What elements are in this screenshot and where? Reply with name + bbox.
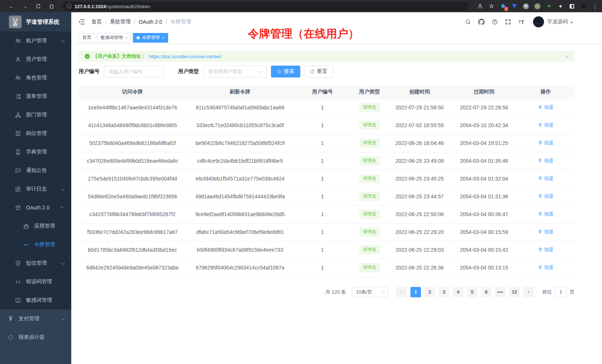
reset-button[interactable]: 重置 [304,66,333,77]
alert-doc-link[interactable]: https://doc.iocoder.cn/user-center/ [149,54,222,59]
search-button[interactable]: 搜索 [271,66,300,77]
logo[interactable]: 🐰 芋道管理系统 [0,12,71,32]
user-id-cell: 1 [294,170,351,188]
sidebar-item-角色管理[interactable]: 角色管理 [0,69,71,87]
sidebar-item-租户管理[interactable]: 租户管理 [0,32,71,50]
search-icon[interactable] [464,18,472,26]
page-button-3[interactable]: 3 [439,287,449,297]
page-button-2[interactable]: 2 [425,287,435,297]
force-logout-button[interactable]: 强退 [538,122,553,129]
home-icon[interactable] [48,3,55,10]
reload-icon[interactable] [35,3,42,10]
command-extension-icon[interactable]: ⌘ [523,3,529,10]
force-logout-button[interactable]: 强退 [538,104,553,111]
user-menu-caret-icon[interactable] [570,22,573,24]
refresh-token-cell: dfa6c71a50a54c66bef706ef9e6e8d81 [186,223,294,241]
goto-page-input[interactable] [555,287,567,297]
sidebar-item-通知公告[interactable]: 通知公告 [0,161,71,180]
tab-令牌管理[interactable]: 令牌管理× [133,33,168,43]
create-time-cell: 2022-06-25 22:26:36 [388,259,451,277]
create-time-cell: 2022-07-29 21:58:50 [388,99,451,116]
force-logout-button[interactable]: 强退 [538,140,553,146]
site-info-icon[interactable]: i [67,4,72,9]
trash-icon [538,265,543,271]
breadcrumb-item[interactable]: OAuth 2.0 [139,19,162,25]
alert-close-icon[interactable]: × [565,53,569,60]
sidebar-item-错误码管理[interactable]: 错误码管理 [0,272,71,291]
share-icon[interactable] [477,3,483,10]
page-button-1[interactable]: 1 [410,287,421,297]
sidebar-item-label: 支付管理 [19,315,39,322]
page-button-5[interactable]: 5 [467,287,477,297]
sidebar-extension-icon[interactable] [569,3,575,10]
fullscreen-icon[interactable] [504,18,512,26]
breadcrumb-item[interactable]: 首页 [91,19,102,25]
page-button-6[interactable]: 6 [481,287,491,297]
gem-extension-icon[interactable] [511,3,518,10]
pinwheel-extension-icon[interactable]: ✦ [557,3,564,10]
sidebar-item-用户管理[interactable]: 用户管理 [0,50,71,69]
prev-page-button[interactable]: ‹ [396,287,407,297]
url-bar[interactable]: i 127.0.0.1:1024/system/oauth2/token [62,2,469,11]
sidebar-item-敏感词管理[interactable]: 敏感词管理 [0,291,71,310]
sidebar-item-短信管理[interactable]: 短信管理 [0,254,71,272]
sidebar-item-label: 岗位管理 [26,130,47,137]
breadcrumb-item[interactable]: 系统管理 [110,19,131,25]
collapse-sidebar-icon[interactable] [78,18,85,26]
sidebar-item-应用管理[interactable]: 应用管理 [0,217,71,235]
record-extension-icon[interactable] [534,3,541,10]
extension-diamond-icon[interactable]: 9 [500,3,506,10]
breadcrumb: 首页/系统管理/OAuth 2.0/令牌管理 [91,19,191,25]
emoji-extension-icon[interactable]: 😛 [580,3,587,10]
help-icon[interactable] [491,18,499,26]
sidebar-item-岗位管理[interactable]: 岗位管理 [0,124,71,143]
tab-敏感词管理[interactable]: 敏感词管理× [97,33,131,43]
expire-time-cell: 2054-03-04 00:13:15 [451,259,517,277]
pagination-ellipsis[interactable]: ••• [495,287,506,297]
sidebar-item-部门管理[interactable]: 部门管理 [0,106,71,124]
green-star-extension-icon[interactable]: ✶ [546,3,552,10]
page-button-12[interactable]: 12 [509,287,520,297]
force-logout-label: 强退 [544,211,553,218]
create-time-cell: 2022-06-25 23:49:09 [388,152,451,170]
force-logout-button[interactable]: 强退 [538,246,553,253]
user-type-badge: 管理员 [360,156,380,165]
sidebar-item-支付管理[interactable]: ¥支付管理 [0,310,71,328]
tab-首页[interactable]: 首页 [79,33,95,43]
access-token-cell: c342377bf8b344799dcbf7bf095287f2 [79,205,186,223]
force-logout-label: 强退 [544,229,553,235]
bookmark-star-icon[interactable] [488,3,495,10]
page-button-4[interactable]: 4 [453,287,463,297]
sidebar-item-label: 令牌管理 [34,241,55,248]
pay-icon: ¥ [7,316,14,322]
back-icon[interactable]: ← [8,3,15,10]
tab-close-icon[interactable]: × [162,36,164,40]
force-logout-button[interactable]: 强退 [538,193,553,200]
force-logout-button[interactable]: 强退 [538,264,553,271]
user-name[interactable]: 芋道源码 [547,19,568,25]
forward-icon[interactable]: → [22,3,28,10]
force-logout-button[interactable]: 强退 [538,175,553,182]
user-type-select[interactable]: 请选择用户类型 [203,66,266,77]
user-id-input[interactable] [104,66,164,77]
user-id-cell: 1 [294,205,351,223]
browser-menu-icon[interactable]: ⋮ [592,3,598,10]
sidebar-item-OAuth 2.0[interactable]: OAuth 2.0 [0,198,71,217]
sidebar-item-审计日志[interactable]: 审计日志 [0,180,71,198]
page-size-select[interactable]: 10条/页 [352,287,388,297]
next-page-button[interactable]: › [523,287,534,297]
sidebar-item-令牌管理[interactable]: 令牌管理 [0,235,71,254]
sensitive-icon [15,297,21,304]
force-logout-button[interactable]: 强退 [538,229,553,235]
refresh-token-cell: 333ecfc71e02480cb11055c875c3ca0f [186,116,294,134]
force-logout-button[interactable]: 强退 [538,211,553,218]
github-icon[interactable] [477,18,485,26]
user-avatar[interactable] [533,16,544,27]
sidebar-item-字典管理[interactable]: 字典管理 [0,143,71,161]
sidebar-item-菜单管理[interactable]: 菜单管理 [0,87,71,106]
sidebar-item-报表设计器[interactable]: 报表设计器 [0,328,71,347]
tab-close-icon[interactable]: × [125,36,127,40]
force-logout-button[interactable]: 强退 [538,158,553,164]
breadcrumb-separator: / [166,19,167,25]
font-size-icon[interactable]: TT [517,18,526,26]
